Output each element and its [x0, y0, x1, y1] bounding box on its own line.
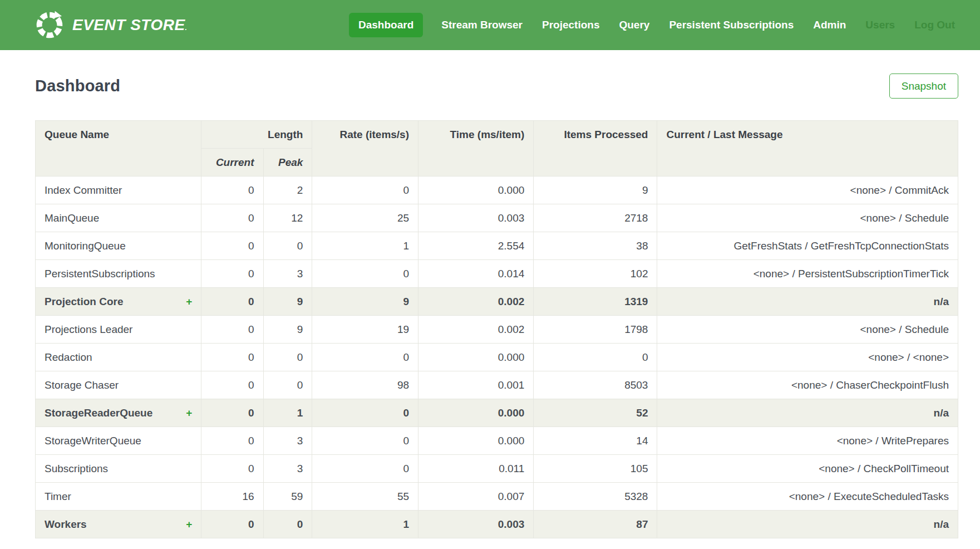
peak-cell: 12 — [263, 204, 312, 232]
page-title: Dashboard — [35, 77, 120, 95]
nav-item-query[interactable]: Query — [618, 13, 651, 37]
nav-item-stream-browser[interactable]: Stream Browser — [440, 13, 524, 37]
current-cell: 0 — [201, 427, 263, 455]
items-cell: 87 — [534, 511, 657, 538]
items-cell: 1319 — [534, 288, 657, 316]
current-cell: 0 — [201, 371, 263, 399]
time-cell: 0.002 — [418, 288, 534, 316]
items-cell: 52 — [534, 399, 657, 427]
main-nav: Dashboard Stream Browser Projections Que… — [349, 13, 956, 37]
peak-cell: 2 — [263, 177, 312, 204]
table-row-group-workers[interactable]: Workers+ 0 0 1 0.003 87 n/a — [36, 511, 958, 538]
nav-item-dashboard[interactable]: Dashboard — [349, 13, 423, 37]
table-row-group-projection-core[interactable]: Projection Core+ 0 9 9 0.002 1319 n/a — [36, 288, 958, 316]
snapshot-button[interactable]: Snapshot — [889, 73, 958, 99]
items-cell: 14 — [534, 427, 657, 455]
queue-name-cell: Projection Core+ — [36, 288, 201, 316]
time-cell: 0.002 — [418, 316, 534, 344]
peak-cell: 3 — [263, 427, 312, 455]
brand-mark: . — [185, 24, 188, 32]
table-body: Index Committer 0 2 0 0.000 9 <none> / C… — [36, 177, 958, 538]
items-cell: 9 — [534, 177, 657, 204]
peak-cell: 0 — [263, 371, 312, 399]
expand-icon[interactable]: + — [180, 296, 192, 308]
expand-icon[interactable]: + — [180, 407, 192, 419]
items-cell: 1798 — [534, 316, 657, 344]
message-cell: <none> / ExecuteScheduledTasks — [657, 483, 958, 511]
col-header-items-processed: Items Processed — [534, 121, 657, 177]
col-header-time: Time (ms/item) — [418, 121, 534, 177]
peak-cell: 1 — [263, 399, 312, 427]
table-header: Queue Name Length Rate (items/s) Time (m… — [36, 121, 958, 177]
time-cell: 0.000 — [418, 344, 534, 371]
expand-icon[interactable]: + — [180, 518, 192, 531]
items-cell: 0 — [534, 344, 657, 371]
rate-cell: 0 — [312, 260, 418, 288]
message-cell: n/a — [657, 399, 958, 427]
table-row-persistentsubscriptions: PersistentSubscriptions 0 3 0 0.014 102 … — [36, 260, 958, 288]
event-store-logo[interactable]: EVENT STORE. — [35, 10, 187, 40]
col-header-length: Length — [201, 121, 312, 149]
table-row-group-storagereaderqueue[interactable]: StorageReaderQueue+ 0 1 0 0.000 52 n/a — [36, 399, 958, 427]
logo-ring-icon — [35, 10, 65, 40]
rate-cell: 1 — [312, 511, 418, 538]
time-cell: 0.011 — [418, 455, 534, 483]
queue-name-cell: StorageReaderQueue+ — [36, 399, 201, 427]
time-cell: 0.001 — [418, 371, 534, 399]
col-header-current: Current — [201, 149, 263, 177]
time-cell: 2.554 — [418, 232, 534, 260]
items-cell: 105 — [534, 455, 657, 483]
current-cell: 0 — [201, 344, 263, 371]
page-content: Dashboard Snapshot Queue Name Length Rat… — [0, 50, 980, 538]
col-header-queue-name: Queue Name — [36, 121, 201, 177]
current-cell: 0 — [201, 399, 263, 427]
queue-name-cell: MonitoringQueue — [36, 232, 201, 260]
rate-cell: 1 — [312, 232, 418, 260]
rate-cell: 0 — [312, 427, 418, 455]
current-cell: 16 — [201, 483, 263, 511]
queue-name-cell: MainQueue — [36, 204, 201, 232]
queue-name-cell: Projections Leader — [36, 316, 201, 344]
table-row-index-committer: Index Committer 0 2 0 0.000 9 <none> / C… — [36, 177, 958, 204]
table-row-subscriptions: Subscriptions 0 3 0 0.011 105 <none> / C… — [36, 455, 958, 483]
table-row-projections-leader: Projections Leader 0 9 19 0.002 1798 <no… — [36, 316, 958, 344]
nav-item-persistent-subscriptions[interactable]: Persistent Subscriptions — [668, 13, 795, 37]
message-cell: <none> / CheckPollTimeout — [657, 455, 958, 483]
time-cell: 0.000 — [418, 399, 534, 427]
peak-cell: 59 — [263, 483, 312, 511]
table-row-storagewriterqueue: StorageWriterQueue 0 3 0 0.000 14 <none>… — [36, 427, 958, 455]
nav-item-projections[interactable]: Projections — [541, 13, 600, 37]
table-row-timer: Timer 16 59 55 0.007 5328 <none> / Execu… — [36, 483, 958, 511]
nav-item-users[interactable]: Users — [864, 13, 896, 37]
table-row-redaction: Redaction 0 0 0 0.000 0 <none> / <none> — [36, 344, 958, 371]
peak-cell: 0 — [263, 232, 312, 260]
time-cell: 0.007 — [418, 483, 534, 511]
message-cell: <none> / Schedule — [657, 316, 958, 344]
time-cell: 0.003 — [418, 511, 534, 538]
rate-cell: 9 — [312, 288, 418, 316]
queue-name-cell: Redaction — [36, 344, 201, 371]
nav-item-admin[interactable]: Admin — [812, 13, 847, 37]
current-cell: 0 — [201, 288, 263, 316]
queues-table: Queue Name Length Rate (items/s) Time (m… — [35, 120, 958, 538]
items-cell: 5328 — [534, 483, 657, 511]
message-cell: n/a — [657, 288, 958, 316]
message-cell: <none> / PersistentSubscriptionTimerTick — [657, 260, 958, 288]
time-cell: 0.014 — [418, 260, 534, 288]
table-row-storage-chaser: Storage Chaser 0 0 98 0.001 8503 <none> … — [36, 371, 958, 399]
current-cell: 0 — [201, 177, 263, 204]
items-cell: 102 — [534, 260, 657, 288]
queue-name-cell: Subscriptions — [36, 455, 201, 483]
rate-cell: 0 — [312, 399, 418, 427]
current-cell: 0 — [201, 260, 263, 288]
queue-name-cell: Storage Chaser — [36, 371, 201, 399]
nav-item-log-out[interactable]: Log Out — [913, 13, 956, 37]
rate-cell: 98 — [312, 371, 418, 399]
current-cell: 0 — [201, 455, 263, 483]
current-cell: 0 — [201, 232, 263, 260]
time-cell: 0.003 — [418, 204, 534, 232]
peak-cell: 9 — [263, 288, 312, 316]
current-cell: 0 — [201, 511, 263, 538]
table-row-mainqueue: MainQueue 0 12 25 0.003 2718 <none> / Sc… — [36, 204, 958, 232]
message-cell: n/a — [657, 511, 958, 538]
